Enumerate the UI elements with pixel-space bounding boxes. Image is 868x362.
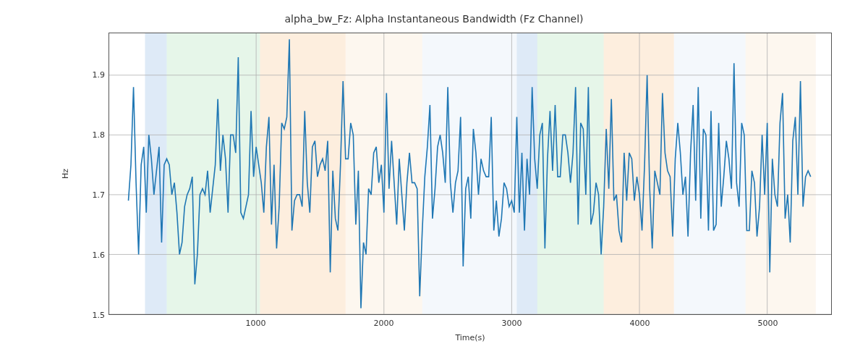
x-axis-label: Time(s) bbox=[455, 333, 485, 342]
shaded-span bbox=[746, 33, 816, 314]
x-tick-label: 2000 bbox=[374, 319, 394, 328]
x-tick-label: 1000 bbox=[246, 319, 266, 328]
shaded-span bbox=[166, 33, 260, 314]
y-tick-label: 1.6 bbox=[93, 251, 106, 260]
y-axis-label: Hz bbox=[61, 169, 70, 179]
shaded-span bbox=[604, 33, 674, 314]
y-tick-label: 1.9 bbox=[93, 70, 106, 80]
figure: alpha_bw_Fz: Alpha Instantaneous Bandwid… bbox=[0, 0, 868, 362]
y-tick-label: 1.5 bbox=[93, 311, 106, 320]
y-tick-label: 1.8 bbox=[93, 130, 106, 140]
chart-title: alpha_bw_Fz: Alpha Instantaneous Bandwid… bbox=[0, 13, 868, 25]
x-tick-label: 4000 bbox=[630, 319, 650, 328]
x-tick-label: 5000 bbox=[758, 319, 778, 328]
x-tick-label: 3000 bbox=[502, 319, 522, 328]
y-tick-label: 1.7 bbox=[93, 190, 106, 200]
plot-area bbox=[109, 33, 832, 315]
plot-svg bbox=[109, 33, 831, 314]
